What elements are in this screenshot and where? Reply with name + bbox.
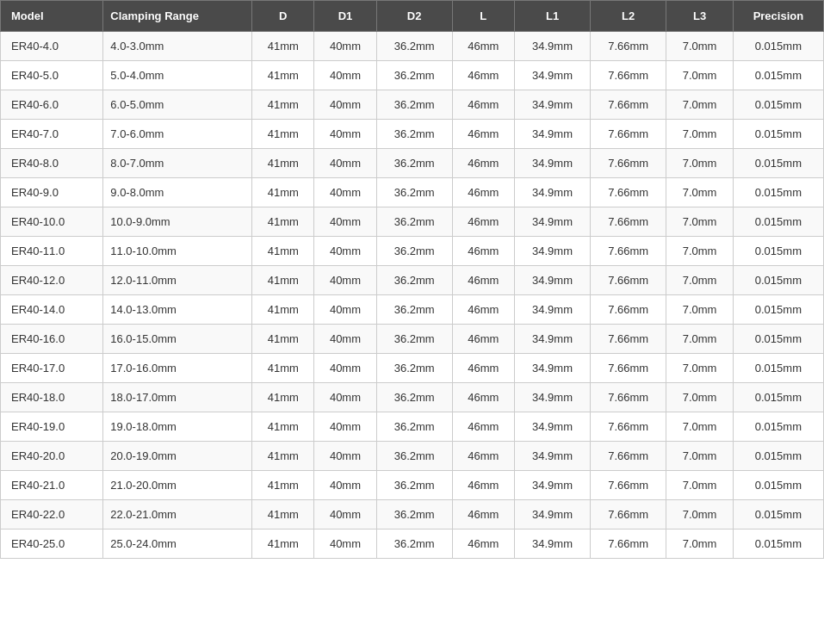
- table-cell: ER40-22.0: [1, 500, 103, 529]
- table-cell: 46mm: [452, 178, 514, 207]
- table-cell: 16.0-15.0mm: [103, 325, 252, 354]
- table-cell: 34.9mm: [514, 90, 590, 120]
- table-cell: 34.9mm: [514, 500, 590, 529]
- table-cell: 36.2mm: [376, 266, 452, 295]
- table-cell: 34.9mm: [514, 266, 590, 295]
- table-cell: 36.2mm: [376, 500, 452, 529]
- table-cell: 41mm: [252, 61, 314, 90]
- table-cell: 0.015mm: [733, 237, 823, 266]
- table-cell: 7.0mm: [666, 178, 734, 207]
- table-cell: 46mm: [452, 120, 514, 149]
- column-header-l3: L3: [666, 1, 734, 32]
- table-cell: 40mm: [314, 207, 376, 237]
- table-cell: 34.9mm: [514, 412, 590, 442]
- table-cell: 7.0mm: [666, 207, 734, 237]
- table-cell: 22.0-21.0mm: [103, 500, 252, 529]
- table-cell: ER40-14.0: [1, 295, 103, 325]
- column-header-model: Model: [1, 1, 103, 32]
- table-cell: 0.015mm: [733, 500, 823, 529]
- table-cell: 36.2mm: [376, 354, 452, 383]
- table-cell: 18.0-17.0mm: [103, 383, 252, 412]
- table-cell: 7.0mm: [666, 383, 734, 412]
- table-cell: 34.9mm: [514, 120, 590, 149]
- table-cell: 7.0mm: [666, 120, 734, 149]
- table-row: ER40-11.011.0-10.0mm41mm40mm36.2mm46mm34…: [1, 237, 824, 266]
- table-row: ER40-9.09.0-8.0mm41mm40mm36.2mm46mm34.9m…: [1, 178, 824, 207]
- table-cell: 0.015mm: [733, 32, 823, 61]
- table-cell: 7.66mm: [591, 178, 666, 207]
- column-header-l2: L2: [591, 1, 666, 32]
- table-cell: 7.66mm: [591, 295, 666, 325]
- table-cell: 0.015mm: [733, 354, 823, 383]
- table-cell: 7.0mm: [666, 471, 734, 500]
- table-cell: 36.2mm: [376, 120, 452, 149]
- table-row: ER40-16.016.0-15.0mm41mm40mm36.2mm46mm34…: [1, 325, 824, 354]
- table-cell: 41mm: [252, 412, 314, 442]
- table-body: ER40-4.04.0-3.0mm41mm40mm36.2mm46mm34.9m…: [1, 32, 824, 559]
- table-cell: 40mm: [314, 149, 376, 178]
- table-cell: 34.9mm: [514, 529, 590, 559]
- table-cell: 40mm: [314, 529, 376, 559]
- table-row: ER40-8.08.0-7.0mm41mm40mm36.2mm46mm34.9m…: [1, 149, 824, 178]
- table-cell: 46mm: [452, 442, 514, 471]
- table-cell: 34.9mm: [514, 325, 590, 354]
- table-cell: 10.0-9.0mm: [103, 207, 252, 237]
- table-cell: 41mm: [252, 471, 314, 500]
- table-cell: 34.9mm: [514, 295, 590, 325]
- table-row: ER40-22.022.0-21.0mm41mm40mm36.2mm46mm34…: [1, 500, 824, 529]
- table-cell: 46mm: [452, 266, 514, 295]
- table-cell: 41mm: [252, 32, 314, 61]
- table-cell: 36.2mm: [376, 178, 452, 207]
- table-row: ER40-6.06.0-5.0mm41mm40mm36.2mm46mm34.9m…: [1, 90, 824, 120]
- table-cell: 0.015mm: [733, 120, 823, 149]
- table-row: ER40-20.020.0-19.0mm41mm40mm36.2mm46mm34…: [1, 442, 824, 471]
- table-row: ER40-25.025.0-24.0mm41mm40mm36.2mm46mm34…: [1, 529, 824, 559]
- table-cell: ER40-17.0: [1, 354, 103, 383]
- table-cell: 46mm: [452, 325, 514, 354]
- table-cell: 36.2mm: [376, 237, 452, 266]
- table-cell: 40mm: [314, 90, 376, 120]
- table-cell: 36.2mm: [376, 32, 452, 61]
- table-cell: 36.2mm: [376, 412, 452, 442]
- column-header-l1: L1: [514, 1, 590, 32]
- table-cell: 0.015mm: [733, 325, 823, 354]
- table-cell: 40mm: [314, 354, 376, 383]
- table-cell: 41mm: [252, 237, 314, 266]
- table-row: ER40-21.021.0-20.0mm41mm40mm36.2mm46mm34…: [1, 471, 824, 500]
- table-cell: ER40-7.0: [1, 120, 103, 149]
- column-header-clamping range: Clamping Range: [103, 1, 252, 32]
- table-cell: 46mm: [452, 149, 514, 178]
- table-cell: 0.015mm: [733, 266, 823, 295]
- table-cell: 40mm: [314, 442, 376, 471]
- table-cell: 7.0mm: [666, 295, 734, 325]
- table-cell: 36.2mm: [376, 61, 452, 90]
- table-cell: 36.2mm: [376, 295, 452, 325]
- column-header-d: D: [252, 1, 314, 32]
- table-cell: 34.9mm: [514, 32, 590, 61]
- table-cell: ER40-20.0: [1, 442, 103, 471]
- table-cell: 0.015mm: [733, 178, 823, 207]
- table-cell: 36.2mm: [376, 529, 452, 559]
- table-cell: 46mm: [452, 500, 514, 529]
- table-cell: 0.015mm: [733, 90, 823, 120]
- table-cell: 19.0-18.0mm: [103, 412, 252, 442]
- table-cell: 46mm: [452, 32, 514, 61]
- table-cell: 0.015mm: [733, 61, 823, 90]
- table-cell: 7.0mm: [666, 529, 734, 559]
- table-cell: 34.9mm: [514, 442, 590, 471]
- table-cell: 46mm: [452, 383, 514, 412]
- column-header-d1: D1: [314, 1, 376, 32]
- table-cell: 8.0-7.0mm: [103, 149, 252, 178]
- table-cell: 7.0-6.0mm: [103, 120, 252, 149]
- table-cell: 7.0mm: [666, 266, 734, 295]
- column-header-d2: D2: [376, 1, 452, 32]
- table-cell: 40mm: [314, 295, 376, 325]
- table-cell: ER40-4.0: [1, 32, 103, 61]
- table-cell: 41mm: [252, 120, 314, 149]
- table-cell: ER40-5.0: [1, 61, 103, 90]
- table-cell: 7.0mm: [666, 149, 734, 178]
- table-cell: 34.9mm: [514, 237, 590, 266]
- table-cell: 34.9mm: [514, 471, 590, 500]
- table-row: ER40-14.014.0-13.0mm41mm40mm36.2mm46mm34…: [1, 295, 824, 325]
- table-cell: ER40-21.0: [1, 471, 103, 500]
